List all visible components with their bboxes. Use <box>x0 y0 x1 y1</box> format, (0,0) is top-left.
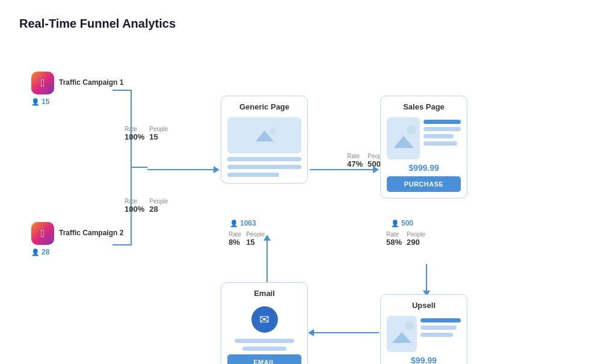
generic-people-num: 1063 <box>240 219 256 227</box>
arrow-line-up <box>266 241 268 282</box>
svg-point-2 <box>269 127 276 134</box>
sales-pl-val: 290 <box>407 238 420 247</box>
email-rate-block: Rate 8% <box>229 231 241 247</box>
email-card: Email ✉ EMAIL <box>221 282 308 364</box>
sales-people-block: People 290 <box>407 231 425 247</box>
sales-line-1 <box>424 120 461 124</box>
email-icon: ✉ <box>251 306 278 333</box>
email-line-1 <box>235 339 294 343</box>
campaign1-pl-label: People <box>149 126 168 132</box>
campaign1-people-num: 15 <box>42 97 49 106</box>
page-title: Real-Time Funnel Analytics <box>19 17 597 31</box>
funnel-area:  Traffic Campaign 1 👤 15  Traffic Camp… <box>19 48 597 354</box>
sales-lines <box>424 117 461 159</box>
sales-line-3 <box>424 134 454 138</box>
sales-rate-val: 58% <box>386 238 402 247</box>
campaign1-pl-val: 15 <box>149 132 158 141</box>
email-icon-wrap: ✉ <box>227 304 301 335</box>
campaign2-header:  Traffic Campaign 2 <box>31 222 123 245</box>
campaign1-rate-label: Rate <box>125 126 137 132</box>
traffic-campaign-1:  Traffic Campaign 1 👤 15 <box>31 72 123 106</box>
campaign2-rate-block: Rate 100% <box>125 198 144 214</box>
upsell-line-1 <box>420 318 461 322</box>
email-rate-val: 8% <box>229 238 240 247</box>
campaign1-people: 👤 15 <box>31 97 49 106</box>
upsell-card-content <box>387 316 461 352</box>
sales-rate-block: Rate 58% <box>386 231 402 247</box>
campaign2-pl-val: 28 <box>149 205 158 214</box>
people-icon-1: 👤 <box>31 98 40 106</box>
generic-page-image <box>227 117 301 153</box>
campaign1-stats: Rate 100% People 15 <box>125 126 168 141</box>
main-container: Real-Time Funnel Analytics  Traffic Cam… <box>0 0 616 364</box>
sales-card-content <box>387 117 461 159</box>
arrow-line-left <box>314 332 379 333</box>
email-people-block: People 15 <box>246 231 265 247</box>
sales-image <box>387 117 420 159</box>
arrow-head-2 <box>373 166 379 173</box>
upsell-lines <box>420 316 461 352</box>
upsell-line-2 <box>420 325 457 330</box>
sales-line-4 <box>424 141 457 146</box>
campaign1-rate-val: 100% <box>125 132 144 141</box>
instagram-icon-2:  <box>31 222 54 245</box>
generic-people-count: 👤 1063 <box>230 219 256 227</box>
arrow-to-sales <box>310 166 379 173</box>
sales-people-count: 👤 500 <box>391 219 413 227</box>
email-button[interactable]: EMAIL <box>227 354 301 364</box>
generic-page-title: Generic Page <box>227 102 301 111</box>
generic-people-icon: 👤 <box>230 220 238 227</box>
sales-price: $999.99 <box>387 163 461 173</box>
sales-line-2 <box>424 127 461 131</box>
generic-line-2 <box>227 165 301 169</box>
campaign2-rate-label: Rate <box>125 198 137 205</box>
sales-bottom-stats: Rate 58% People 290 <box>386 231 425 247</box>
email-line-2 <box>242 347 287 351</box>
campaign1-people-block: People 15 <box>149 126 168 141</box>
campaign2-people-block: People 28 <box>149 198 168 214</box>
arrow-line-1 <box>147 169 214 170</box>
upsell-svg <box>389 318 416 351</box>
campaign2-people-num: 28 <box>42 248 49 256</box>
arrow-head-left <box>308 329 314 336</box>
arrow-line-down-1 <box>426 264 427 291</box>
email-pl-val: 15 <box>246 238 254 247</box>
svg-point-8 <box>405 322 413 330</box>
upsell-image <box>387 316 417 352</box>
campaign1-header:  Traffic Campaign 1 <box>31 72 123 94</box>
campaign2-people: 👤 28 <box>31 248 49 256</box>
generic-line-1 <box>227 157 301 161</box>
gts-rate-label: Rate <box>347 153 360 159</box>
campaign2-label: Traffic Campaign 2 <box>59 229 123 238</box>
email-rate-label: Rate <box>229 231 241 238</box>
arrow-to-generic <box>147 166 220 173</box>
upsell-card: Upsell $99.99 YES NO <box>380 294 467 364</box>
purchase-button[interactable]: PURCHASE <box>387 176 461 192</box>
email-title: Email <box>227 289 301 298</box>
people-icon-2: 👤 <box>31 248 40 256</box>
sales-svg <box>389 119 419 158</box>
landscape-svg <box>250 123 280 147</box>
sales-page-card: Sales Page $999.99 PURCHASE <box>380 96 467 199</box>
sales-people-num: 500 <box>401 219 413 227</box>
instagram-icon-1:  <box>31 72 54 94</box>
campaign1-label: Traffic Campaign 1 <box>59 78 123 88</box>
upsell-price: $99.99 <box>387 356 461 364</box>
email-stats: Rate 8% People 15 <box>229 231 265 247</box>
sales-page-title: Sales Page <box>387 102 461 111</box>
arrow-head-1 <box>214 166 220 173</box>
arrow-to-email <box>308 329 379 336</box>
campaign2-pl-label: People <box>149 198 168 205</box>
upsell-line-3 <box>420 333 453 337</box>
svg-point-5 <box>407 125 416 135</box>
bracket-h2 <box>112 244 132 245</box>
generic-page-card: Generic Page <box>221 96 308 184</box>
sales-pl-label: People <box>407 231 425 238</box>
generic-line-3 <box>227 173 279 177</box>
arrow-line-2 <box>310 169 373 170</box>
sales-rate-label: Rate <box>386 231 399 238</box>
upsell-title: Upsell <box>387 301 461 310</box>
email-pl-label: People <box>246 231 265 238</box>
campaign1-rate-block: Rate 100% <box>125 126 144 141</box>
sales-people-icon: 👤 <box>391 220 399 227</box>
